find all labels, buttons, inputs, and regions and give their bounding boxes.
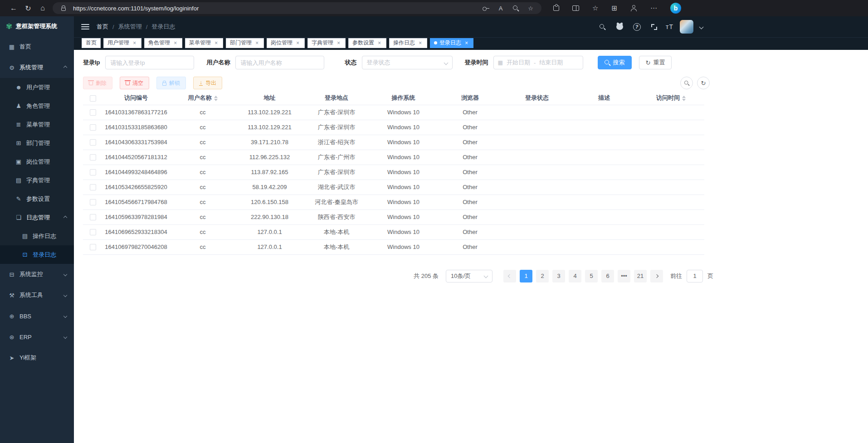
prev-page-button[interactable] — [503, 270, 516, 282]
page-size-select[interactable]: 10条/页 — [446, 270, 493, 282]
add-favorite-star-icon[interactable]: ☆ — [525, 5, 536, 12]
row-checkbox[interactable] — [90, 139, 96, 146]
row-checkbox[interactable] — [90, 214, 96, 220]
password-key-icon[interactable] — [480, 6, 491, 10]
table-row[interactable]: 1641043063331753984cc 39.171.210.78浙江省-绍… — [83, 135, 704, 150]
breadcrumb-home[interactable]: 首页 — [97, 23, 108, 31]
chevron-down-icon[interactable] — [699, 24, 704, 29]
read-aloud-icon[interactable]: A — [495, 5, 506, 12]
col-visit-time[interactable]: 访问时间 — [638, 92, 704, 105]
browser-profile-icon[interactable] — [630, 5, 637, 11]
start-date-placeholder[interactable]: 开始日期 — [507, 58, 530, 67]
table-row[interactable]: 1641044520567181312cc 112.96.225.132广东省-… — [83, 150, 704, 165]
page-button-6[interactable]: 6 — [601, 270, 614, 282]
next-page-button[interactable] — [650, 270, 663, 282]
sidebar-item-operation-log[interactable]: ▤ 操作日志 — [0, 227, 74, 245]
unlock-button[interactable]: 解锁 — [156, 77, 186, 89]
url-text[interactable]: https://ccnetcore.com:1101/system/log/lo… — [73, 5, 199, 12]
browser-home-button[interactable]: ⌂ — [35, 2, 50, 15]
table-row[interactable]: 1641059633978281984cc 222.90.130.18陕西省-西… — [83, 209, 704, 224]
page-button-1[interactable]: 1 — [520, 270, 532, 282]
row-checkbox[interactable] — [90, 154, 96, 161]
site-info-lock-icon[interactable] — [58, 6, 69, 11]
split-screen-icon[interactable] — [572, 5, 579, 11]
close-icon[interactable]: × — [336, 40, 341, 46]
sidebar-item-role-management[interactable]: ♟ 角色管理 — [0, 97, 74, 115]
tab-operation-log[interactable]: 操作日志 × — [389, 38, 427, 48]
sidebar-item-system-monitor[interactable]: ⊟ 系统监控 — [0, 264, 74, 285]
close-icon[interactable]: × — [172, 40, 178, 46]
table-row[interactable]: 1641031367863177216cc 113.102.129.221广东省… — [83, 105, 704, 120]
sidebar-item-log-management[interactable]: ❏ 日志管理 — [0, 208, 74, 227]
select-all-checkbox[interactable] — [90, 95, 96, 102]
sidebar-item-user-management[interactable]: ☻ 用户管理 — [0, 78, 74, 97]
sidebar-item-bbs[interactable]: ⊕ BBS — [0, 306, 74, 326]
sort-caret-icons[interactable] — [682, 96, 686, 101]
sidebar-item-dict-management[interactable]: ▤ 字典管理 — [0, 171, 74, 190]
close-icon[interactable]: × — [132, 40, 137, 46]
sidebar-item-menu-management[interactable]: ≣ 菜单管理 — [0, 115, 74, 134]
help-icon[interactable]: ? — [631, 23, 642, 31]
close-icon[interactable]: × — [213, 40, 219, 46]
row-checkbox[interactable] — [90, 184, 96, 190]
login-time-range-picker[interactable]: ▦ 开始日期 - 结束日期 — [493, 56, 583, 69]
table-row[interactable]: 1641031533185863680cc 113.102.129.221广东省… — [83, 120, 704, 135]
close-icon[interactable]: × — [254, 40, 260, 46]
user-name-input[interactable] — [235, 56, 324, 69]
extensions-icon[interactable] — [553, 5, 559, 11]
refresh-table-button[interactable]: ↻ — [697, 77, 710, 89]
tab-login-log[interactable]: 登录日志 × — [430, 38, 473, 48]
close-icon[interactable]: × — [295, 40, 301, 46]
sidebar-item-post-management[interactable]: ▣ 岗位管理 — [0, 152, 74, 171]
table-row[interactable]: 1641044993248464896cc 113.87.92.165广东省-深… — [83, 165, 704, 180]
tab-home[interactable]: 首页 — [82, 38, 101, 48]
export-button[interactable]: ↓ 导出 — [193, 77, 222, 89]
tab-role-management[interactable]: 角色管理 × — [144, 38, 182, 48]
sidebar-item-home[interactable]: ▦ 首页 — [0, 36, 74, 57]
page-button-3[interactable]: 3 — [552, 270, 565, 282]
toggle-search-button[interactable] — [680, 77, 693, 89]
browser-reload-button[interactable]: ↻ — [21, 2, 35, 15]
search-icon[interactable] — [597, 24, 608, 30]
fullscreen-icon[interactable] — [649, 24, 659, 30]
sort-caret-icons[interactable] — [214, 96, 218, 101]
favorites-icon[interactable]: ☆ — [592, 4, 598, 12]
row-checkbox[interactable] — [90, 169, 96, 175]
tab-menu-management[interactable]: 菜单管理 × — [185, 38, 223, 48]
address-bar[interactable]: https://ccnetcore.com:1101/system/log/lo… — [53, 2, 541, 14]
row-checkbox[interactable] — [90, 229, 96, 235]
close-icon[interactable]: × — [417, 40, 423, 46]
col-user-name[interactable]: 用户名称 — [169, 92, 236, 105]
page-button-4[interactable]: 4 — [569, 270, 581, 282]
clear-button[interactable]: 清空 — [120, 77, 149, 89]
github-icon[interactable] — [614, 24, 625, 30]
collections-icon[interactable]: ⊞ — [611, 4, 617, 12]
page-button-5[interactable]: 5 — [585, 270, 598, 282]
tab-dict-management[interactable]: 字典管理 × — [307, 38, 346, 48]
table-row[interactable]: 1641069652933218304cc 127.0.0.1本地-本机 Win… — [83, 224, 704, 239]
row-checkbox[interactable] — [90, 199, 96, 205]
sidebar-item-dept-management[interactable]: ⊞ 部门管理 — [0, 134, 74, 152]
sidebar-item-login-log[interactable]: ⊡ 登录日志 — [0, 245, 74, 264]
table-row[interactable]: 1641054566717984768cc 120.6.150.158河北省-秦… — [83, 195, 704, 209]
tab-post-management[interactable]: 岗位管理 × — [267, 38, 305, 48]
sidebar-toggle-icon[interactable] — [81, 24, 89, 29]
end-date-placeholder[interactable]: 结束日期 — [539, 58, 563, 67]
tab-user-management[interactable]: 用户管理 × — [103, 38, 141, 48]
status-select[interactable]: 登录状态 — [362, 56, 453, 69]
close-icon[interactable]: × — [463, 40, 469, 46]
goto-page-input[interactable] — [687, 270, 703, 282]
sidebar-item-erp[interactable]: ⊛ ERP — [0, 326, 74, 347]
sidebar-item-system-tools[interactable]: ⚒ 系统工具 — [0, 285, 74, 306]
close-icon[interactable]: × — [376, 40, 382, 46]
browser-menu-icon[interactable]: ⋯ — [650, 4, 657, 12]
tab-param-settings[interactable]: 参数设置 × — [348, 38, 386, 48]
reset-button[interactable]: ↻ 重置 — [639, 56, 672, 69]
table-row[interactable]: 1641069798270046208cc 127.0.0.1本地-本机 Win… — [83, 239, 704, 254]
sidebar-item-yi-framework[interactable]: ➤ Yi框架 — [0, 347, 74, 368]
table-row[interactable]: 1641053426655825920cc 58.19.42.209湖北省-武汉… — [83, 180, 704, 195]
font-size-icon[interactable]: тT — [666, 23, 673, 30]
row-checkbox[interactable] — [90, 124, 96, 131]
search-button[interactable]: 搜索 — [598, 56, 632, 69]
sidebar-item-system-management[interactable]: ⚙ 系统管理 — [0, 57, 74, 78]
